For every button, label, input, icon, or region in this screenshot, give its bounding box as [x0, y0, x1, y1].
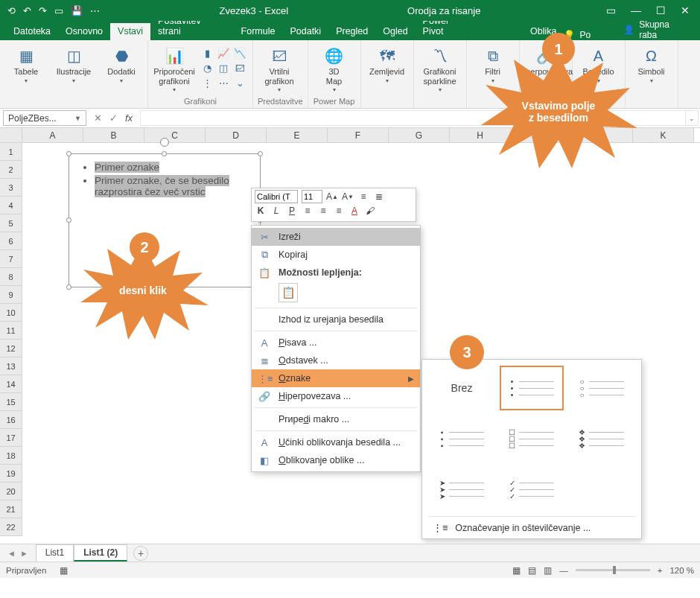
- cell[interactable]: [633, 161, 694, 179]
- cell[interactable]: [633, 268, 694, 286]
- maximize-icon[interactable]: ☐: [656, 4, 666, 16]
- cell[interactable]: [572, 340, 633, 357]
- row-header[interactable]: 10: [0, 304, 22, 322]
- ribbon-button[interactable]: ⬣Dodatki▾: [100, 43, 143, 84]
- ribbon-button[interactable]: ▦Tabele▾: [4, 43, 48, 84]
- cell[interactable]: [633, 393, 694, 411]
- cell[interactable]: [328, 161, 389, 179]
- bullet-option[interactable]: •••: [500, 366, 564, 410]
- cell[interactable]: [633, 447, 694, 465]
- increase-indent-icon[interactable]: ≣: [373, 191, 385, 203]
- cell[interactable]: [633, 429, 694, 447]
- undo-icon[interactable]: ↶: [23, 5, 31, 16]
- view-normal-icon[interactable]: ▦: [512, 565, 521, 576]
- cell[interactable]: [633, 286, 694, 304]
- cell[interactable]: [450, 197, 511, 214]
- cell[interactable]: [22, 411, 83, 429]
- cell[interactable]: [511, 268, 572, 286]
- cell[interactable]: [22, 465, 83, 483]
- align-left-icon[interactable]: ≡: [302, 205, 314, 217]
- font-name-box[interactable]: [255, 190, 298, 203]
- qat-more-icon[interactable]: ⋯: [90, 5, 100, 16]
- chart-type-icon[interactable]: 🗠: [233, 61, 246, 74]
- zoom-out-icon[interactable]: —: [559, 566, 568, 575]
- menu-copy[interactable]: ⧉Kopiraj: [252, 246, 420, 264]
- cell[interactable]: [450, 214, 511, 232]
- menu-hyperlink[interactable]: 🔗Hiperpovezava ...: [252, 387, 420, 405]
- cell[interactable]: [572, 250, 633, 268]
- menu-exit-edit[interactable]: Izhod iz urejanja besedila: [252, 311, 420, 328]
- column-header[interactable]: D: [206, 128, 267, 142]
- cell[interactable]: [511, 232, 572, 250]
- menu-text-effects[interactable]: AUčinki oblikovanja besedila ...: [252, 433, 420, 451]
- row-header[interactable]: 13: [0, 357, 22, 375]
- cell[interactable]: [22, 500, 83, 518]
- bullet-option[interactable]: ☐☐☐: [500, 416, 564, 461]
- enter-icon[interactable]: ✓: [109, 112, 118, 124]
- cell[interactable]: [83, 375, 144, 393]
- ribbon-button[interactable]: 〽Grafikonisparkline▾: [419, 43, 462, 93]
- macro-record-icon[interactable]: ▦: [60, 565, 68, 576]
- cell[interactable]: [267, 143, 328, 161]
- italic-icon[interactable]: L: [270, 205, 282, 217]
- cell[interactable]: [144, 375, 206, 393]
- cell[interactable]: [328, 500, 389, 518]
- cell[interactable]: [22, 393, 83, 411]
- bullet-option[interactable]: ❖❖❖: [570, 416, 634, 461]
- cell[interactable]: [22, 357, 83, 375]
- chevron-down-icon[interactable]: ▼: [74, 115, 81, 122]
- text-box-content[interactable]: Primer oznake Primer oznake, če se besed…: [69, 154, 260, 197]
- chart-type-icon[interactable]: ◔: [200, 61, 214, 74]
- sheet-nav-prev[interactable]: ◄: [7, 549, 16, 558]
- ribbon-button[interactable]: 🗺Zemljevid▾: [366, 43, 409, 84]
- cell[interactable]: [633, 143, 694, 161]
- cell[interactable]: [206, 518, 267, 536]
- cell[interactable]: [22, 322, 83, 340]
- align-right-icon[interactable]: ≡: [333, 205, 345, 217]
- cell[interactable]: [572, 268, 633, 286]
- tab-podatki[interactable]: Podatki: [282, 23, 328, 40]
- column-header[interactable]: E: [267, 128, 328, 142]
- chart-type-icon[interactable]: ⌄: [233, 76, 246, 89]
- ribbon-button[interactable]: 🗠Vrtilnigrafikon▾: [258, 43, 301, 93]
- cell[interactable]: [633, 500, 694, 518]
- font-size-box[interactable]: [302, 190, 322, 203]
- cell[interactable]: [22, 483, 83, 500]
- tab-vstavi[interactable]: Vstavi: [110, 23, 150, 40]
- sheet-nav-next[interactable]: ►: [20, 549, 28, 558]
- cell[interactable]: [511, 179, 572, 197]
- cell[interactable]: [633, 518, 694, 536]
- ribbon-options-icon[interactable]: ▭: [606, 4, 616, 16]
- row-header[interactable]: 16: [0, 411, 22, 429]
- cell[interactable]: [22, 375, 83, 393]
- cell[interactable]: [633, 179, 694, 197]
- zoom-slider[interactable]: [576, 569, 650, 571]
- chart-type-icon[interactable]: ⋯: [217, 76, 230, 89]
- cell[interactable]: [633, 197, 694, 214]
- paste-option[interactable]: 📋: [279, 283, 298, 302]
- cell[interactable]: [633, 340, 694, 357]
- row-header[interactable]: 9: [0, 286, 22, 304]
- cell[interactable]: [267, 500, 328, 518]
- cell[interactable]: [450, 232, 511, 250]
- cell[interactable]: [633, 304, 694, 322]
- shrink-font-icon[interactable]: A▼: [342, 191, 354, 203]
- row-header[interactable]: 5: [0, 214, 22, 232]
- cell[interactable]: [511, 197, 572, 214]
- resize-handle[interactable]: [258, 151, 263, 156]
- cell[interactable]: [572, 232, 633, 250]
- cell[interactable]: [511, 214, 572, 232]
- resize-handle[interactable]: [66, 151, 71, 156]
- row-header[interactable]: 22: [0, 518, 22, 536]
- menu-assign-macro[interactable]: Prиреdi makro ...: [252, 410, 420, 428]
- cell[interactable]: [633, 465, 694, 483]
- cell[interactable]: [144, 518, 206, 536]
- cell[interactable]: [144, 393, 206, 411]
- cell[interactable]: [83, 447, 144, 465]
- add-sheet-button[interactable]: +: [133, 546, 148, 561]
- cancel-icon[interactable]: ✕: [94, 112, 102, 124]
- chart-type-icon[interactable]: ◫: [217, 61, 230, 74]
- share-icon[interactable]: 👤: [623, 25, 634, 35]
- ribbon-button[interactable]: ◫Ilustracije▾: [52, 43, 95, 84]
- cell[interactable]: [389, 161, 450, 179]
